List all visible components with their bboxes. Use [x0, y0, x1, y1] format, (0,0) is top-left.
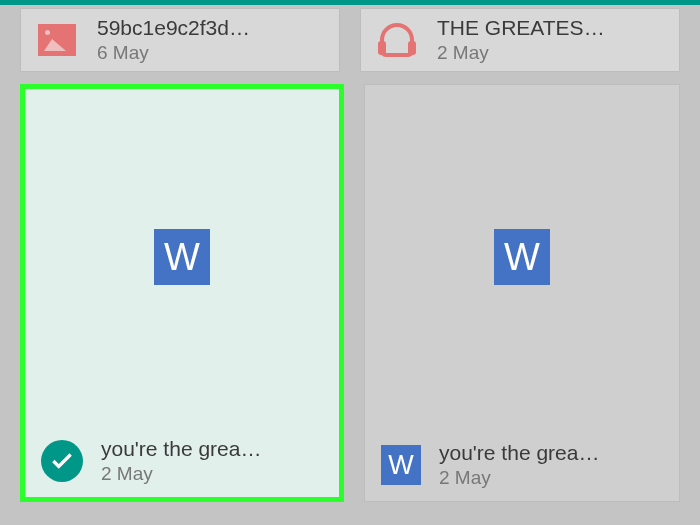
file-footer: you're the grea… 2 May	[25, 425, 339, 497]
file-footer: W you're the grea… 2 May	[365, 429, 679, 501]
audio-icon	[377, 20, 417, 60]
word-doc-icon: W	[494, 229, 550, 285]
file-date: 6 May	[97, 42, 323, 64]
file-meta: 59bc1e9c2f3d… 6 May	[97, 16, 323, 64]
selected-check-icon[interactable]	[41, 440, 83, 482]
file-meta: THE GREATES… 2 May	[437, 16, 663, 64]
file-title: THE GREATES…	[437, 16, 663, 40]
file-date: 2 May	[437, 42, 663, 64]
top-row: 59bc1e9c2f3d… 6 May THE GREATES… 2 May	[20, 8, 680, 72]
file-date: 2 May	[101, 463, 323, 485]
file-meta: you're the grea… 2 May	[101, 437, 323, 485]
word-doc-icon: W	[381, 445, 421, 485]
file-title: you're the grea…	[439, 441, 663, 465]
word-doc-icon: W	[154, 229, 210, 285]
image-icon	[37, 20, 77, 60]
file-grid: 59bc1e9c2f3d… 6 May THE GREATES… 2 May W	[0, 0, 700, 510]
thumbnail-area: W	[25, 89, 339, 425]
file-title: 59bc1e9c2f3d…	[97, 16, 323, 40]
file-card-selected[interactable]: W you're the grea… 2 May	[20, 84, 344, 502]
file-meta: you're the grea… 2 May	[439, 441, 663, 489]
file-card[interactable]: 59bc1e9c2f3d… 6 May	[20, 8, 340, 72]
big-row: W you're the grea… 2 May W W you're the …	[20, 84, 680, 502]
file-card[interactable]: THE GREATES… 2 May	[360, 8, 680, 72]
file-card[interactable]: W W you're the grea… 2 May	[364, 84, 680, 502]
file-date: 2 May	[439, 467, 663, 489]
file-title: you're the grea…	[101, 437, 323, 461]
thumbnail-area: W	[365, 85, 679, 429]
status-bar	[0, 0, 700, 5]
